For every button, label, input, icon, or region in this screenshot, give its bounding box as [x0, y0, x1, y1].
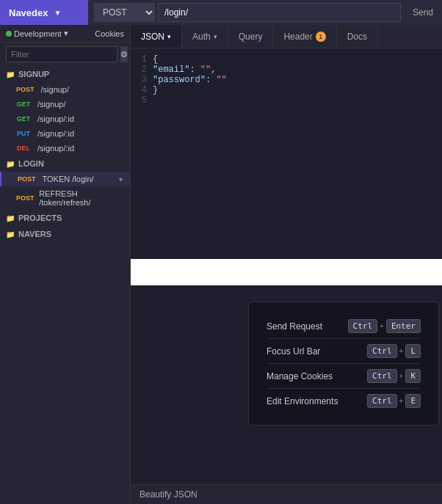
- key-plus-url: +: [399, 347, 404, 355]
- tab-query[interactable]: Query: [228, 25, 274, 48]
- shortcut-label-url: Focus Url Bar: [267, 346, 320, 357]
- tab-docs-label: Docs: [347, 32, 367, 42]
- tab-auth[interactable]: Auth ▾: [182, 25, 228, 48]
- line-num-4: 4: [137, 85, 147, 95]
- key-e: E: [405, 394, 421, 408]
- code-line-1: 1 {: [137, 54, 436, 65]
- sidebar: Development ▾ Cookies ⚙ 📁 SIGNUP POST /s…: [0, 25, 131, 504]
- code-content-4: }: [153, 85, 158, 95]
- code-line-5: 5: [137, 95, 436, 106]
- env-status-dot: [6, 31, 12, 37]
- key-ctrl-cookies: Ctrl: [367, 369, 397, 383]
- content-area: JSON ▾ Auth ▾ Query Header 1 Docs 1: [131, 25, 442, 504]
- key-ctrl-send: Ctrl: [348, 319, 378, 333]
- line-num-2: 2: [137, 65, 147, 75]
- route-post-token-login[interactable]: POST TOKEN /login/ ▾: [0, 172, 130, 186]
- route-post-signup[interactable]: POST /signup/: [0, 82, 130, 97]
- section-signup[interactable]: 📁 SIGNUP: [0, 66, 130, 82]
- key-plus-send: +: [380, 322, 384, 330]
- header-badge: 1: [316, 32, 326, 42]
- key-plus-envs: +: [399, 397, 404, 405]
- code-line-3: 3 "password": "": [137, 75, 436, 85]
- filter-row: ⚙: [0, 43, 130, 66]
- content-inner: 1 { 2 "email": "", 3 "password": "" 4: [131, 48, 442, 484]
- route-post-refresh[interactable]: POST REFRESH /token/refresh/: [0, 186, 130, 210]
- tab-json[interactable]: JSON ▾: [131, 25, 182, 48]
- route-get-signup-id[interactable]: GET /signup/:id: [0, 112, 130, 126]
- top-bar: Navedex ▼ POST GET PUT DELETE Send: [0, 0, 442, 25]
- folder-icon: 📁: [6, 70, 15, 78]
- code-line-4: 4 }: [137, 85, 436, 95]
- route-path: REFRESH /token/refresh/: [39, 189, 123, 207]
- section-navers-label: NAVERS: [18, 230, 51, 238]
- tab-query-label: Query: [239, 32, 263, 42]
- filter-settings-button[interactable]: ⚙: [120, 46, 128, 62]
- folder-icon-projects: 📁: [6, 214, 15, 222]
- main-layout: Development ▾ Cookies ⚙ 📁 SIGNUP POST /s…: [0, 25, 442, 504]
- method-badge: GET: [13, 100, 34, 109]
- key-ctrl-envs: Ctrl: [367, 394, 397, 408]
- section-login[interactable]: 📁 LOGIN: [0, 156, 130, 172]
- env-button[interactable]: Development ▾: [6, 29, 68, 38]
- app-title: Navedex ▼: [0, 0, 88, 25]
- tab-json-arrow: ▾: [167, 33, 171, 40]
- key-l: L: [405, 344, 421, 358]
- method-badge: GET: [13, 114, 34, 123]
- tab-auth-arrow: ▾: [214, 33, 217, 40]
- app-title-text: Navedex: [9, 7, 48, 18]
- route-dropdown-arrow: ▾: [119, 175, 123, 183]
- line-num-5: 5: [137, 95, 147, 106]
- code-editor[interactable]: 1 { 2 "email": "", 3 "password": "" 4: [131, 48, 442, 259]
- tab-bar: JSON ▾ Auth ▾ Query Header 1 Docs: [131, 25, 442, 48]
- line-num-1: 1: [137, 54, 147, 65]
- tab-header[interactable]: Header 1: [273, 25, 336, 48]
- title-dropdown-arrow[interactable]: ▼: [54, 9, 61, 17]
- section-navers[interactable]: 📁 NAVERS: [0, 226, 130, 242]
- route-put-signup-id[interactable]: PUT /signup/:id: [0, 126, 130, 141]
- section-signup-label: SIGNUP: [18, 70, 49, 78]
- url-input[interactable]: [158, 3, 401, 22]
- section-projects-label: PROJECTS: [18, 213, 62, 222]
- beautify-button[interactable]: Beautify JSON: [140, 489, 198, 500]
- key-k: K: [405, 369, 421, 383]
- section-login-label: LOGIN: [18, 159, 44, 168]
- tab-auth-label: Auth: [192, 32, 211, 42]
- shortcut-label-cookies: Manage Cookies: [267, 371, 333, 381]
- shortcut-edit-envs: Edit Environments Ctrl + E: [267, 389, 421, 413]
- white-area: [131, 259, 442, 285]
- shortcut-keys-envs: Ctrl + E: [367, 394, 421, 408]
- shortcuts-overlay: Send Request Ctrl + Enter Focus Url Bar …: [248, 302, 439, 426]
- section-projects[interactable]: 📁 PROJECTS: [0, 210, 130, 226]
- cookies-button[interactable]: Cookies: [95, 29, 124, 38]
- folder-icon-navers: 📁: [6, 230, 15, 238]
- shortcut-focus-url: Focus Url Bar Ctrl + L: [267, 339, 421, 364]
- env-arrow: ▾: [64, 29, 68, 38]
- filter-input[interactable]: [6, 46, 117, 62]
- shortcuts-container: Send Request Ctrl + Enter Focus Url Bar …: [131, 285, 442, 484]
- route-path: /signup/:id: [37, 114, 74, 123]
- method-badge: POST: [15, 175, 39, 183]
- bottom-panel: Beautify JSON: [131, 484, 442, 504]
- route-path: /signup/:id: [37, 129, 74, 138]
- env-bar: Development ▾ Cookies: [0, 25, 130, 43]
- send-button[interactable]: Send: [404, 3, 442, 22]
- env-label: Development: [14, 29, 62, 38]
- line-num-3: 3: [137, 75, 147, 85]
- tab-docs[interactable]: Docs: [337, 25, 378, 48]
- method-badge: PUT: [13, 129, 34, 138]
- folder-icon-login: 📁: [6, 160, 15, 168]
- shortcut-keys-url: Ctrl + L: [367, 344, 421, 358]
- shortcut-keys-send: Ctrl + Enter: [348, 319, 421, 333]
- shortcut-send-request: Send Request Ctrl + Enter: [267, 314, 421, 339]
- method-badge: POST: [13, 85, 37, 94]
- route-get-signup[interactable]: GET /signup/: [0, 97, 130, 112]
- key-plus-cookies: +: [399, 372, 404, 380]
- shortcut-label-envs: Edit Environments: [267, 396, 338, 406]
- code-line-2: 2 "email": "",: [137, 65, 436, 75]
- key-ctrl-url: Ctrl: [367, 344, 397, 358]
- shortcut-keys-cookies: Ctrl + K: [367, 369, 421, 383]
- route-path: /signup/: [37, 100, 66, 109]
- method-badge: POST: [13, 194, 35, 202]
- route-del-signup-id[interactable]: DEL /signup/:id: [0, 141, 130, 156]
- method-select[interactable]: POST GET PUT DELETE: [94, 3, 155, 22]
